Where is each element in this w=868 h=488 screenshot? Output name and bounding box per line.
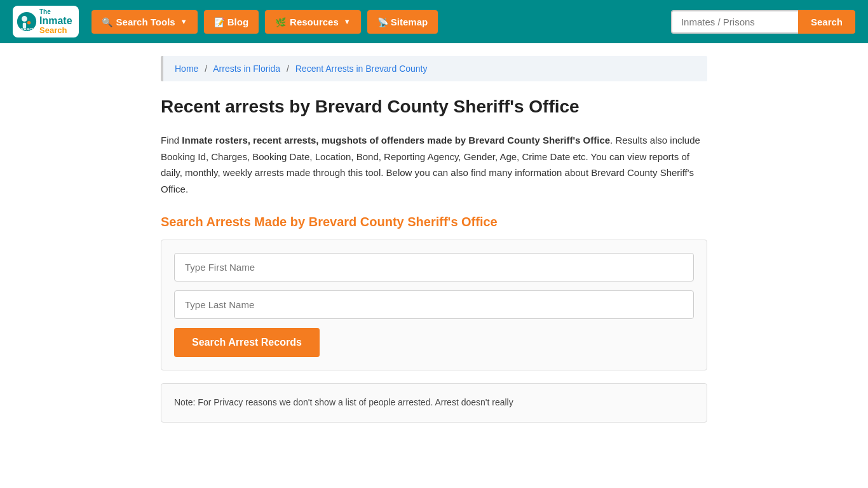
page-description: Find Inmate rosters, recent arrests, mug… [161, 132, 707, 197]
breadcrumb-home[interactable]: Home [175, 64, 198, 74]
search-tools-button[interactable]: Search Tools ▼ [92, 10, 198, 34]
svg-point-3 [27, 21, 31, 24]
search-section-title: Search Arrests Made by Brevard County Sh… [161, 215, 707, 229]
breadcrumb-arrests-florida[interactable]: Arrests in Florida [213, 64, 280, 74]
first-name-input[interactable] [174, 253, 694, 281]
logo-box: SEARCH The Inmate Search [13, 6, 79, 38]
note-text: Note: For Privacy reasons we don't show … [174, 397, 513, 407]
logo-link[interactable]: SEARCH The Inmate Search [13, 6, 79, 38]
description-bold: Inmate rosters, recent arrests, mugshots… [182, 135, 610, 146]
site-header: SEARCH The Inmate Search Search Tools ▼ … [0, 0, 868, 43]
arrest-search-form: Search Arrest Records [161, 240, 707, 370]
logo-icon: SEARCH [17, 11, 37, 32]
note-box: Note: For Privacy reasons we don't show … [161, 383, 707, 423]
resources-dropdown-icon: ▼ [344, 18, 351, 25]
header-search-input[interactable] [671, 10, 798, 34]
resources-button[interactable]: Resources ▼ [265, 10, 361, 34]
resources-icon [275, 17, 286, 27]
breadcrumb-sep-2: / [287, 64, 289, 74]
last-name-input[interactable] [174, 290, 694, 319]
search-tools-icon [102, 17, 112, 27]
sitemap-button[interactable]: Sitemap [367, 10, 438, 34]
blog-icon [214, 17, 225, 27]
breadcrumb: Home / Arrests in Florida / Recent Arres… [161, 56, 707, 81]
svg-text:SEARCH: SEARCH [18, 27, 36, 31]
sitemap-icon [377, 17, 388, 27]
header-search-button[interactable]: Search [798, 10, 855, 34]
logo-text: The Inmate Search [39, 8, 72, 36]
header-search-bar: Search [671, 10, 855, 34]
search-tools-dropdown-icon: ▼ [180, 18, 187, 25]
breadcrumb-sep-1: / [205, 64, 207, 74]
main-content: Home / Arrests in Florida / Recent Arres… [148, 43, 720, 435]
page-title: Recent arrests by Brevard County Sheriff… [161, 97, 707, 117]
breadcrumb-current: Recent Arrests in Brevard County [295, 64, 428, 74]
blog-button[interactable]: Blog [204, 10, 259, 34]
search-arrest-button[interactable]: Search Arrest Records [174, 328, 320, 357]
svg-point-1 [22, 16, 27, 22]
